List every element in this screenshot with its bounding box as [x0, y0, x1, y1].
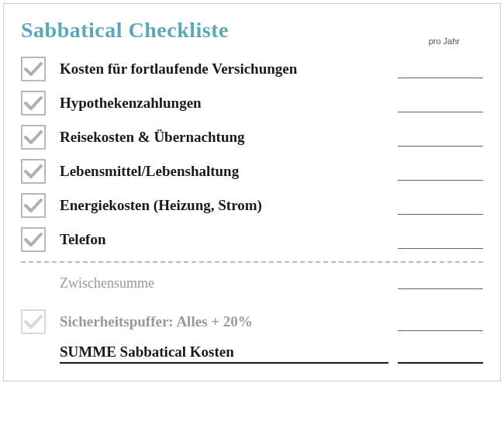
amount-input-line[interactable]: [398, 165, 483, 181]
header-row: Sabbatical Checkliste pro Jahr: [21, 18, 483, 46]
checkbox[interactable]: [21, 91, 46, 116]
checklist-item: Lebensmittel/Lebenshaltung: [21, 159, 483, 184]
buffer-label: Sicherheitspuffer: Alles + 20%: [60, 313, 388, 330]
checkbox[interactable]: [21, 125, 46, 150]
checkmark-icon: [24, 198, 43, 213]
item-label: Energiekosten (Heizung, Strom): [60, 197, 388, 214]
item-label: Reisekosten & Übernachtung: [60, 129, 388, 146]
item-label: Telefon: [60, 231, 388, 248]
per-year-label: pro Jahr: [429, 36, 460, 46]
checklist-item: Telefon: [21, 227, 483, 252]
amount-input-line[interactable]: [398, 199, 483, 215]
item-label: Lebensmittel/Lebenshaltung: [60, 163, 388, 180]
checklist-item: Energiekosten (Heizung, Strom): [21, 193, 483, 218]
divider: [21, 261, 483, 263]
amount-input-line[interactable]: [398, 316, 483, 331]
amount-input-line[interactable]: [398, 233, 483, 249]
checklist-container: Sabbatical Checkliste pro Jahr Kosten fü…: [3, 3, 501, 381]
total-row: SUMME Sabbatical Kosten: [21, 343, 483, 364]
checkbox[interactable]: [21, 159, 46, 184]
checklist-item: Kosten für fortlaufende Versichungen: [21, 57, 483, 81]
subtotal-label: Zwischensumme: [60, 275, 388, 292]
checkbox[interactable]: [21, 57, 46, 81]
amount-input-line[interactable]: [398, 97, 483, 112]
buffer-item: Sicherheitspuffer: Alles + 20%: [21, 309, 483, 334]
checkmark-icon: [24, 164, 43, 179]
checkmark-icon: [24, 61, 43, 77]
item-label: Kosten für fortlaufende Versichungen: [60, 60, 388, 78]
page-title: Sabbatical Checkliste: [21, 18, 429, 43]
total-amount-line[interactable]: [398, 347, 483, 364]
checkbox[interactable]: [21, 193, 46, 218]
checklist-item: Reisekosten & Übernachtung: [21, 125, 483, 150]
checkmark-icon: [24, 129, 43, 145]
checkbox[interactable]: [21, 309, 46, 334]
total-label: SUMME Sabbatical Kosten: [60, 343, 388, 364]
item-label: Hypothekenzahlungen: [60, 95, 388, 112]
amount-input-line[interactable]: [398, 63, 483, 78]
subtotal-row: Zwischensumme: [21, 274, 483, 292]
checkmark-icon: [24, 314, 43, 330]
checkmark-icon: [24, 95, 43, 111]
checkmark-icon: [24, 232, 43, 247]
checkbox[interactable]: [21, 227, 46, 252]
amount-input-line[interactable]: [398, 131, 483, 147]
checklist-item: Hypothekenzahlungen: [21, 91, 483, 116]
amount-input-line[interactable]: [398, 274, 483, 289]
